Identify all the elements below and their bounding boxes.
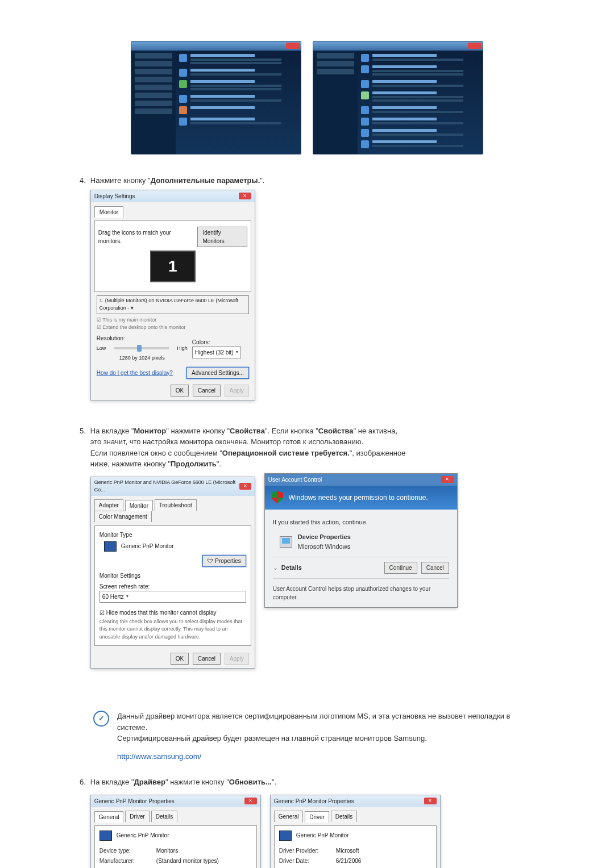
text: ". xyxy=(260,176,264,185)
hide-modes-note: Clearing this check box allows you to se… xyxy=(99,618,246,641)
display-settings-dialog: Display Settings ✕ Monitor Drag the icon… xyxy=(90,190,255,400)
monitor-props-general-dialog: Generic PnP Monitor Properties ✕ General… xyxy=(90,795,261,869)
apply-button: Apply xyxy=(225,385,249,397)
refresh-label: Screen refresh rate: xyxy=(99,582,246,591)
tab-monitor[interactable]: Monitor xyxy=(94,206,123,218)
dialog-title: Generic PnP Monitor and NVIDIA GeForce 6… xyxy=(94,479,239,494)
step-4: 4. Нажмите кнопку "Дополнительные параме… xyxy=(80,175,534,418)
cancel-button[interactable]: Cancel xyxy=(193,385,221,397)
refresh-select[interactable]: 60 Hertz xyxy=(99,591,246,603)
step-number: 6. xyxy=(80,777,86,868)
identify-monitors-button[interactable]: Identify Monitors xyxy=(197,227,247,247)
note-line-1: Данный драйвер монитора является сертифи… xyxy=(117,711,534,733)
tab-adapter[interactable]: Adapter xyxy=(94,499,123,511)
publisher: Microsoft Windows xyxy=(298,542,351,552)
close-icon[interactable]: ✕ xyxy=(239,193,251,199)
advanced-settings-button[interactable]: Advanced Settings... xyxy=(186,367,249,379)
step-5: 5. На вкладке "Монитор" нажмите кнопку "… xyxy=(80,425,534,703)
close-icon[interactable]: ✕ xyxy=(424,798,437,804)
checkbox-extend-desktop: ☑ Extend the desktop onto this monitor xyxy=(97,324,249,332)
step-6: 6. На вкладке "Драйвер" нажмите кнопку "… xyxy=(80,777,534,868)
dialog-title: User Account Control xyxy=(268,475,322,484)
drag-label: Drag the icons to match your monitors. xyxy=(98,228,191,245)
close-icon[interactable]: ✕ xyxy=(239,483,251,490)
hide-modes-checkbox[interactable]: ☑ Hide modes that this monitor cannot di… xyxy=(99,608,246,617)
dialog-title: Generic PnP Monitor Properties xyxy=(274,797,354,806)
device-name: Generic PnP Monitor xyxy=(117,831,169,840)
monitor-icon[interactable]: 1 xyxy=(150,251,196,282)
checkbox-main-monitor: ☑ This is my main monitor xyxy=(97,316,249,324)
program-icon xyxy=(280,536,292,548)
monitor-type-label: Monitor Type xyxy=(99,531,246,539)
tab-monitor[interactable]: Monitor xyxy=(125,500,153,511)
uac-footer-text: User Account Control helps stop unauthor… xyxy=(273,585,449,602)
ok-button[interactable]: OK xyxy=(171,385,189,397)
device-name: Generic PnP Monitor xyxy=(296,831,349,840)
shield-icon xyxy=(272,491,283,504)
apply-button: Apply xyxy=(225,653,249,665)
continue-button[interactable]: Continue xyxy=(384,562,417,574)
program-name: Device Properties xyxy=(298,532,351,542)
resolution-value: 1280 by 1024 pixels xyxy=(97,354,188,362)
tab-driver[interactable]: Driver xyxy=(125,811,150,822)
monitor-icon xyxy=(279,831,292,841)
text: Нажмите кнопку " xyxy=(90,176,151,185)
resolution-label: Resolution: xyxy=(97,334,188,343)
chevron-down-icon[interactable]: ⌄ xyxy=(273,563,278,573)
help-link[interactable]: How do I get the best display? xyxy=(97,369,173,377)
monitor-props-driver-dialog: Generic PnP Monitor Properties ✕ General… xyxy=(270,795,441,869)
control-panel-shot-right xyxy=(313,41,483,155)
tab-driver[interactable]: Driver xyxy=(305,811,329,823)
tab-general[interactable]: General xyxy=(274,811,304,822)
step-number: 4. xyxy=(80,175,86,418)
uac-headline: Windows needs your permission to contion… xyxy=(289,493,428,503)
step-number: 5. xyxy=(80,425,86,703)
control-panel-shot-left xyxy=(131,41,301,155)
tab-troubleshoot[interactable]: Troubleshoot xyxy=(155,499,197,511)
monitor-settings-label: Monitor Settings xyxy=(99,571,246,580)
samsung-url[interactable]: http://www.samsung.com/ xyxy=(117,752,201,761)
ok-button[interactable]: OK xyxy=(171,653,189,665)
monitor-icon xyxy=(99,831,112,841)
colors-select[interactable]: Highest (32 bit) xyxy=(192,347,241,358)
dialog-title: Generic PnP Monitor Properties xyxy=(94,797,175,806)
colors-label: Colors: xyxy=(192,338,249,347)
tab-details[interactable]: Details xyxy=(151,811,178,822)
check-icon: ✓ xyxy=(93,711,109,727)
note-line-2: Сертифицированный драйвер будет размещен… xyxy=(117,733,534,744)
monitor-name: Generic PnP Monitor xyxy=(121,542,174,550)
uac-dialog: User Account Control ✕ Windows needs you… xyxy=(264,473,458,608)
dialog-title: Display Settings xyxy=(94,192,135,201)
close-icon[interactable]: ✕ xyxy=(441,476,454,483)
tab-details[interactable]: Details xyxy=(331,811,358,822)
properties-button[interactable]: 🛡 Properties xyxy=(202,555,246,567)
monitor-select[interactable]: 1. (Multiple Monitors) on NVIDIA GeForce… xyxy=(97,295,249,314)
monitor-properties-dialog: Generic PnP Monitor and NVIDIA GeForce 6… xyxy=(90,477,255,669)
tab-general[interactable]: General xyxy=(94,811,124,823)
details-toggle[interactable]: Details xyxy=(281,563,302,573)
close-icon[interactable]: ✕ xyxy=(244,798,257,804)
tab-colormgmt[interactable]: Color Management xyxy=(94,511,152,522)
text-bold: Дополнительные параметры. xyxy=(151,176,260,185)
monitor-icon xyxy=(104,541,117,552)
cancel-button[interactable]: Cancel xyxy=(193,653,221,665)
resolution-slider[interactable] xyxy=(114,347,169,349)
certification-note: ✓ Данный драйвер монитора является серти… xyxy=(80,711,534,762)
cancel-button[interactable]: Cancel xyxy=(421,562,449,574)
uac-subhead: If you started this action, continue. xyxy=(273,518,449,527)
top-screenshots xyxy=(80,41,534,155)
